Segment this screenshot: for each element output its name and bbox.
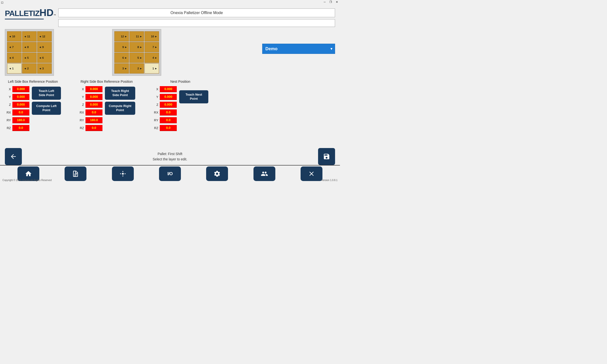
left-grid-cell-8[interactable]: ◄ 5 xyxy=(22,53,37,63)
left-fields-value-1[interactable]: 0.000 xyxy=(12,94,29,100)
move-icon xyxy=(119,170,127,177)
user-button[interactable] xyxy=(253,167,275,181)
left-fields-value-0[interactable]: 0.000 xyxy=(12,86,29,92)
left-fields-value-2[interactable]: 0.000 xyxy=(12,102,29,108)
right-fields-label-5: RZ xyxy=(78,126,84,130)
svg-text:⚙: ⚙ xyxy=(218,175,219,176)
right-grid-cell-4[interactable]: 9 ► xyxy=(114,42,129,52)
settings-icon: ⚙ xyxy=(213,170,221,177)
right-fields-row-1: Y0.000 xyxy=(78,93,103,101)
left-grid-cell-11[interactable]: ◄ 2 xyxy=(22,63,37,74)
right-pallet-grid: 12 ►11 ►10 ►9 ►8 ►7 ►6 ►5 ►4 ►3 ►2 ►1 ► xyxy=(114,31,159,74)
header-area: PALLETIZ HD ™ Onexia Palletizer Offline … xyxy=(0,5,340,29)
back-button[interactable] xyxy=(5,148,22,165)
io-button[interactable]: I/O xyxy=(159,167,181,181)
right-fields: X0.000Y0.000Z0.000RX0.0RY180.0RZ0.0 xyxy=(78,85,103,131)
left-panel-title: Left Side Box Reference Position xyxy=(5,80,61,83)
nest-fields-row-2: Z0.000 xyxy=(152,101,177,108)
demo-dropdown[interactable]: Demo xyxy=(262,44,335,54)
left-buttons: Teach LeftSide Point Compute LeftPoint xyxy=(32,87,61,115)
nest-fields: X0.000Y0.000Z0.000RX0.0RY0.0RZ0.0 xyxy=(152,85,177,131)
left-grid-cell-3[interactable]: ◄ 12 xyxy=(37,31,52,41)
status-line1: Pallet: First Shift xyxy=(27,151,313,156)
right-buttons: Teach RightSide Point Compute RightPoint xyxy=(105,87,135,115)
window-controls[interactable]: ─ ❐ ✕ xyxy=(323,0,339,4)
right-grid-cell-3[interactable]: 10 ► xyxy=(145,31,159,41)
left-grid-cell-2[interactable]: ◄ 11 xyxy=(22,31,37,41)
nest-fields-row-1: Y0.000 xyxy=(152,93,177,101)
minimize-button[interactable]: ─ xyxy=(323,0,327,4)
right-grid-cell-8[interactable]: 5 ► xyxy=(129,53,144,63)
right-fields-value-4[interactable]: 180.0 xyxy=(85,117,103,123)
title-area: Onexia Palletizer Offline Mode xyxy=(58,9,335,27)
left-grid-cell-9[interactable]: ◄ 6 xyxy=(37,53,52,63)
left-fields-row-1: Y0.000 xyxy=(5,93,29,101)
user-icon xyxy=(261,170,268,177)
left-fields-value-5[interactable]: 0.0 xyxy=(12,125,29,131)
compute-left-button[interactable]: Compute LeftPoint xyxy=(32,102,61,115)
right-grid-cell-5[interactable]: 8 ► xyxy=(129,42,144,52)
right-fields-value-5[interactable]: 0.0 xyxy=(85,125,103,131)
right-fields-label-0: X xyxy=(78,87,84,91)
settings-button[interactable]: ⚙ xyxy=(206,167,228,181)
exit-button[interactable] xyxy=(301,167,322,181)
left-fields: X0.000Y0.000Z0.000RX0.0RY180.0RZ0.0 xyxy=(5,85,29,131)
right-fields-value-0[interactable]: 0.000 xyxy=(85,86,103,92)
right-fields-row-3: RX0.0 xyxy=(78,109,103,116)
left-grid-cell-7[interactable]: ◄ 4 xyxy=(7,53,22,63)
positions-row: Left Side Box Reference Position X0.000Y… xyxy=(5,80,335,131)
right-grid-cell-11[interactable]: 2 ► xyxy=(129,63,144,74)
nest-fields-row-0: X0.000 xyxy=(152,85,177,93)
left-fields-value-3[interactable]: 0.0 xyxy=(12,109,29,116)
right-fields-value-3[interactable]: 0.0 xyxy=(85,109,103,116)
right-grid-cell-12[interactable]: 1 ► xyxy=(145,63,159,74)
nest-fields-value-5[interactable]: 0.0 xyxy=(160,125,177,131)
nest-fields-value-1[interactable]: 0.000 xyxy=(160,94,177,100)
left-grid-cell-5[interactable]: ◄ 8 xyxy=(22,42,37,52)
left-grid-cell-10[interactable]: ◄ 1 xyxy=(7,63,22,74)
right-grid-cell-6[interactable]: 7 ► xyxy=(145,42,159,52)
right-grid-cell-2[interactable]: 11 ► xyxy=(129,31,144,41)
nest-fields-label-4: RY xyxy=(152,118,158,122)
nest-fields-value-4[interactable]: 0.0 xyxy=(160,117,177,123)
right-panel-inner: X0.000Y0.000Z0.000RX0.0RY180.0RZ0.0 Teac… xyxy=(78,85,135,131)
right-fields-value-1[interactable]: 0.000 xyxy=(85,94,103,100)
subtitle-box xyxy=(58,19,335,27)
left-fields-value-4[interactable]: 180.0 xyxy=(12,117,29,123)
left-grid-cell-4[interactable]: ◄ 7 xyxy=(7,42,22,52)
close-button[interactable]: ✕ xyxy=(335,0,339,4)
left-grid-cell-1[interactable]: ◄ 10 xyxy=(7,31,22,41)
exit-icon xyxy=(308,170,315,177)
right-fields-value-2[interactable]: 0.000 xyxy=(85,102,103,108)
left-grid-cell-12[interactable]: ◄ 3 xyxy=(37,63,52,74)
io-label: I/O xyxy=(167,171,172,176)
left-fields-row-3: RX0.0 xyxy=(5,109,29,116)
right-grid-cell-9[interactable]: 4 ► xyxy=(145,53,159,63)
save-button[interactable] xyxy=(318,148,335,165)
jog-button[interactable] xyxy=(112,167,134,181)
teach-left-button[interactable]: Teach LeftSide Point xyxy=(32,87,61,100)
nest-fields-value-0[interactable]: 0.000 xyxy=(160,86,177,92)
nest-fields-row-4: RY0.0 xyxy=(152,117,177,124)
right-grid-cell-10[interactable]: 3 ► xyxy=(114,63,129,74)
document-button[interactable] xyxy=(65,167,86,181)
left-fields-label-2: Z xyxy=(5,103,11,106)
left-fields-row-5: RZ0.0 xyxy=(5,124,29,131)
right-grid-cell-1[interactable]: 12 ► xyxy=(114,31,129,41)
right-fields-row-2: Z0.000 xyxy=(78,101,103,108)
compute-right-button[interactable]: Compute RightPoint xyxy=(105,102,135,115)
restore-button[interactable]: ❐ xyxy=(329,0,333,4)
logo-hd: HD xyxy=(40,7,54,18)
nest-fields-value-3[interactable]: 0.0 xyxy=(160,109,177,116)
main-title: Onexia Palletizer Offline Mode xyxy=(58,9,335,17)
nest-fields-value-2[interactable]: 0.000 xyxy=(160,102,177,108)
left-position-panel: Left Side Box Reference Position X0.000Y… xyxy=(5,80,61,131)
right-fields-label-1: Y xyxy=(78,95,84,99)
teach-nest-button[interactable]: Teach NestPoint xyxy=(179,90,208,103)
left-fields-row-4: RY180.0 xyxy=(5,117,29,124)
right-grid-cell-7[interactable]: 6 ► xyxy=(114,53,129,63)
logo-underline xyxy=(5,19,44,19)
teach-right-button[interactable]: Teach RightSide Point xyxy=(105,87,135,100)
left-grid-cell-6[interactable]: ◄ 9 xyxy=(37,42,52,52)
right-fields-row-0: X0.000 xyxy=(78,85,103,93)
